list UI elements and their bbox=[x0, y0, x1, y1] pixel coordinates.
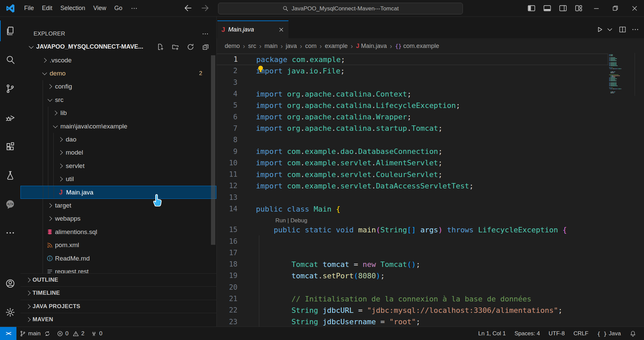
activity-source-control[interactable] bbox=[0, 74, 20, 103]
code-line-3[interactable]: 3 bbox=[216, 77, 608, 88]
run-dropdown-chevron-icon[interactable] bbox=[606, 25, 614, 34]
tree-item-.vscode[interactable]: .vscode bbox=[20, 54, 216, 67]
toggle-sidebar-icon[interactable] bbox=[524, 0, 539, 16]
breadcrumb-main[interactable]: main bbox=[264, 43, 277, 50]
code-line-11[interactable]: 11import com.example.servlet.CouleurServ… bbox=[216, 169, 608, 180]
collapse-folders-icon[interactable] bbox=[202, 43, 210, 51]
menu-file[interactable]: File bbox=[20, 3, 38, 14]
editor-more-actions-icon[interactable] bbox=[631, 25, 639, 34]
code-line-9[interactable]: 9import com.example.dao.DatabaseConnecti… bbox=[216, 146, 608, 157]
breadcrumb-example[interactable]: example bbox=[325, 43, 347, 50]
explorer-more-actions-icon[interactable] bbox=[202, 30, 209, 38]
code-line-5[interactable]: 5import org.apache.catalina.LifecycleExc… bbox=[216, 100, 608, 111]
code-line-2[interactable]: 2import java.io.File; bbox=[216, 65, 608, 76]
tree-item-src[interactable]: src bbox=[20, 93, 216, 106]
new-file-icon[interactable] bbox=[156, 43, 164, 51]
code-line-21[interactable]: 21 // Initialisation de la connexion à l… bbox=[216, 293, 608, 304]
tree-item-model[interactable]: model bbox=[20, 146, 216, 159]
cursor-position[interactable]: Ln 1, Col 1 bbox=[474, 330, 510, 337]
section-timeline[interactable]: TIMELINE bbox=[20, 286, 216, 299]
breadcrumb-main.java[interactable]: JMain.java bbox=[356, 43, 387, 50]
lightbulb-suggestion-icon[interactable] bbox=[257, 65, 264, 73]
code-line-10[interactable]: 10import com.example.servlet.AlimentServ… bbox=[216, 157, 608, 169]
tree-item-main.java[interactable]: JMain.java bbox=[20, 186, 216, 199]
tab-main-java[interactable]: J Main.java bbox=[217, 20, 288, 38]
problems-status[interactable]: 0 2 bbox=[54, 327, 88, 340]
activity-settings[interactable] bbox=[0, 298, 20, 327]
menu-selection[interactable]: Selection bbox=[56, 3, 89, 14]
activity-run-debug[interactable] bbox=[0, 103, 20, 132]
menu-edit[interactable]: Edit bbox=[38, 3, 56, 14]
minimap[interactable] bbox=[608, 53, 635, 96]
section-java-projects[interactable]: JAVA PROJECTS bbox=[20, 300, 216, 313]
breadcrumb-com[interactable]: com bbox=[305, 43, 317, 50]
tree-item-config[interactable]: config bbox=[20, 80, 216, 93]
code-line-12[interactable]: 12import com.example.servlet.DataAccessS… bbox=[216, 180, 608, 191]
code-line-6[interactable]: 6import org.apache.catalina.Wrapper; bbox=[216, 111, 608, 122]
breadcrumb-src[interactable]: src bbox=[248, 43, 256, 50]
code-line-8[interactable]: 8 bbox=[216, 134, 608, 146]
tree-item-main-java-com-example[interactable]: main\java\com\example bbox=[20, 120, 216, 133]
menu-more-icon[interactable] bbox=[126, 5, 142, 12]
activity-chat[interactable]: </> bbox=[0, 189, 20, 218]
code-line-16[interactable]: 16 bbox=[216, 235, 608, 247]
menu-view[interactable]: View bbox=[89, 3, 110, 14]
activity-explorer[interactable] bbox=[0, 16, 20, 45]
section-outline[interactable]: OUTLINE bbox=[20, 273, 216, 286]
tree-item-readme.md[interactable]: ReadMe.md bbox=[20, 252, 216, 265]
section-maven[interactable]: MAVEN bbox=[20, 313, 216, 326]
close-tab-icon[interactable] bbox=[278, 26, 284, 33]
toggle-secondary-sidebar-icon[interactable] bbox=[555, 0, 571, 16]
code-line-17[interactable]: 17 bbox=[216, 247, 608, 259]
tree-item-pom.xml[interactable]: pom.xml bbox=[20, 238, 216, 251]
code-line-7[interactable]: 7import org.apache.catalina.startup.Tomc… bbox=[216, 123, 608, 134]
eol-setting[interactable]: CRLF bbox=[569, 330, 593, 337]
new-folder-icon[interactable] bbox=[171, 43, 179, 51]
code-line-15[interactable]: 15 public static void main(String[] args… bbox=[216, 224, 608, 235]
customize-layout-icon[interactable] bbox=[571, 0, 587, 16]
git-branch-status[interactable]: main bbox=[16, 327, 54, 340]
menu-go[interactable]: Go bbox=[110, 3, 126, 14]
forward-arrow-icon[interactable] bbox=[200, 3, 210, 13]
tree-item-util[interactable]: util bbox=[20, 173, 216, 186]
run-button[interactable] bbox=[596, 25, 604, 34]
encoding-setting[interactable]: UTF-8 bbox=[544, 330, 569, 337]
code-line-14[interactable]: 14public class Main { bbox=[216, 203, 608, 215]
activity-account[interactable] bbox=[0, 269, 20, 298]
code-line-4[interactable]: 4import org.apache.catalina.Context; bbox=[216, 88, 608, 100]
breadcrumb-com.example[interactable]: {}com.example bbox=[395, 43, 439, 50]
tree-item-dao[interactable]: dao bbox=[20, 133, 216, 146]
code-editor[interactable]: 1package com.example;2import java.io.Fil… bbox=[216, 54, 608, 328]
split-editor-icon[interactable] bbox=[619, 25, 627, 34]
remote-indicator[interactable]: >< bbox=[0, 327, 16, 340]
code-line-1[interactable]: 1package com.example; bbox=[216, 54, 608, 65]
notifications-bell[interactable] bbox=[625, 330, 641, 337]
tree-item-alimentions.sql[interactable]: alimentions.sql bbox=[20, 225, 216, 238]
workspace-root-row[interactable]: JAVAPOO_MYSQLCONNECT-MAVE... bbox=[20, 40, 216, 53]
indentation-setting[interactable]: Spaces: 4 bbox=[510, 330, 544, 337]
tree-item-demo[interactable]: demo2 bbox=[20, 67, 216, 80]
code-line-19[interactable]: 19 tomcat.setPort(8080); bbox=[216, 270, 608, 281]
toggle-panel-icon[interactable] bbox=[539, 0, 555, 16]
ports-status[interactable]: 0 bbox=[88, 327, 105, 340]
command-center-search[interactable]: JavaPOO_MysqlConnect-Maven---Tomcat bbox=[218, 3, 463, 14]
sidebar-scrollbar[interactable] bbox=[211, 55, 215, 245]
activity-more[interactable] bbox=[0, 218, 20, 247]
refresh-icon[interactable] bbox=[186, 43, 195, 51]
restore-button[interactable] bbox=[606, 0, 625, 16]
tree-item-target[interactable]: target bbox=[20, 199, 216, 212]
activity-search[interactable] bbox=[0, 45, 20, 74]
minimize-button[interactable] bbox=[587, 0, 606, 16]
tree-item-servlet[interactable]: servlet bbox=[20, 159, 216, 172]
code-line-18[interactable]: 18 Tomcat tomcat = new Tomcat(); bbox=[216, 259, 608, 270]
codelens-run-debug[interactable]: Run | Debug bbox=[275, 217, 307, 224]
breadcrumb-java[interactable]: java bbox=[286, 43, 297, 50]
code-line-13[interactable]: 13 bbox=[216, 192, 608, 203]
breadcrumb-demo[interactable]: demo bbox=[225, 43, 240, 50]
code-line-23[interactable]: 23 String jdbcUsername = "root"; bbox=[216, 316, 608, 328]
back-arrow-icon[interactable] bbox=[183, 3, 193, 13]
activity-testing[interactable] bbox=[0, 161, 20, 189]
code-line-22[interactable]: 22 String jdbcURL = "jdbc:mysql://localh… bbox=[216, 304, 608, 316]
language-mode[interactable]: { } Java bbox=[593, 330, 625, 337]
tree-item-lib[interactable]: lib bbox=[20, 107, 216, 120]
